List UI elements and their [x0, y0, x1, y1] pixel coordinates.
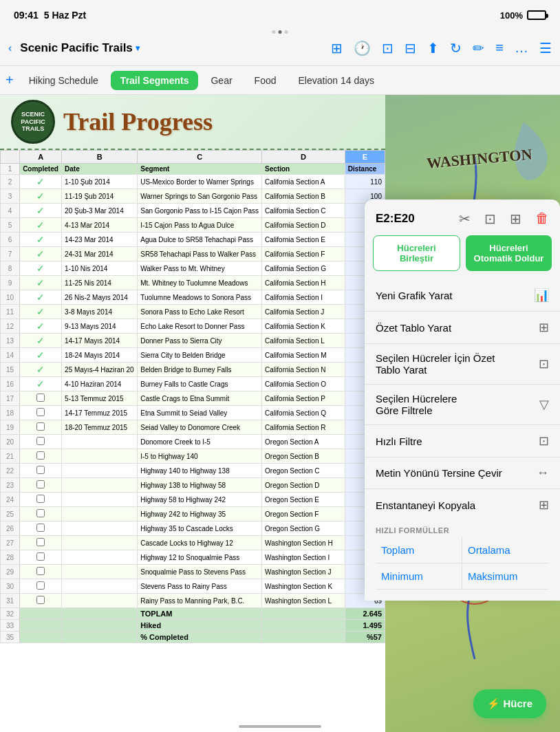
col-header-d[interactable]: D	[262, 151, 345, 164]
title-chevron-icon[interactable]: ▾	[136, 43, 140, 53]
completed-cell[interactable]: ✓	[20, 319, 62, 334]
popup-menu-item[interactable]: Hızlı Filtre⊡	[365, 425, 560, 458]
table-row: 175-13 Temmuz 2015Castle Crags to Etna S…	[1, 391, 385, 406]
pencil-icon[interactable]: ✏	[473, 40, 484, 56]
completed-cell[interactable]	[20, 493, 62, 507]
completed-cell[interactable]: ✓	[20, 175, 62, 189]
formula-item[interactable]: Maksimum	[462, 563, 549, 590]
popup-menu-item[interactable]: Metin Yönünü Tersine Çevir↔	[365, 458, 560, 489]
merge-cells-button[interactable]: Hücreleri Birleştir	[373, 235, 460, 271]
completed-cell[interactable]: ✓	[20, 363, 62, 377]
paste-icon[interactable]: ⊞	[510, 211, 521, 227]
section-cell: California Section K	[262, 319, 345, 334]
autofill-button[interactable]: Hücreleri Otomatik Doldur	[466, 235, 552, 271]
chat-icon[interactable]: …	[515, 40, 528, 56]
add-tab-button[interactable]: +	[6, 72, 14, 88]
table-icon[interactable]: ⊞	[331, 40, 343, 56]
menu-item-label: Seçilen Hücrelere Göre Filtrele	[376, 393, 457, 416]
completed-cell[interactable]	[20, 550, 62, 565]
popup-menu-item[interactable]: Özet Tablo Yarat⊞	[365, 312, 560, 344]
completed-cell[interactable]	[20, 579, 62, 594]
tab-hiking-schedule[interactable]: Hiking Schedule	[19, 71, 108, 90]
date-cell: 1-10 Nis 2014	[62, 261, 138, 276]
completed-cell[interactable]: ✓	[20, 348, 62, 363]
completed-cell[interactable]	[20, 565, 62, 579]
section-cell: Oregon Section A	[262, 435, 345, 449]
summary-label: TOPLAM	[138, 608, 262, 620]
table-row: 22Highway 140 to Highway 138Oregon Secti…	[1, 464, 385, 478]
col-header-a[interactable]: A	[20, 151, 62, 164]
date-cell	[62, 449, 138, 464]
header-distance: Distance	[345, 164, 385, 175]
formula-item[interactable]: Ortalama	[462, 537, 549, 563]
completed-cell[interactable]: ✓	[20, 305, 62, 319]
menu-item-label: Özet Tablo Yarat	[376, 322, 451, 334]
popup-menu-items: Yeni Grafik Yarat📊Özet Tablo Yarat⊞Seçil…	[365, 279, 560, 521]
completed-cell[interactable]	[20, 406, 62, 420]
completed-cell[interactable]	[20, 464, 62, 478]
completed-cell[interactable]: ✓	[20, 218, 62, 233]
scissors-icon[interactable]: ✂	[459, 211, 471, 227]
header-completed: Completed	[20, 164, 62, 175]
completed-cell[interactable]: ✓	[20, 204, 62, 218]
completed-cell[interactable]	[20, 521, 62, 536]
image-icon[interactable]: ⊟	[405, 40, 416, 56]
menu-icon[interactable]: ≡	[495, 40, 504, 56]
segment-cell: Etna Summit to Seiad Valley	[138, 406, 262, 420]
formula-item[interactable]: Toplam	[376, 537, 462, 563]
back-button[interactable]: ‹	[8, 42, 12, 54]
popup-menu-item[interactable]: Seçilen Hücreler İçin Özet Tablo Yarat⊡	[365, 344, 560, 385]
completed-cell[interactable]	[20, 435, 62, 449]
popup-menu-item[interactable]: Yeni Grafik Yarat📊	[365, 279, 560, 312]
tab-elevation[interactable]: Elevation 14 days	[289, 71, 385, 90]
bookmark-icon[interactable]: ☰	[539, 40, 552, 56]
clock-icon[interactable]: 🕐	[354, 40, 371, 56]
tab-gear[interactable]: Gear	[201, 71, 241, 90]
table-row: 12✓9-13 Mayıs 2014Echo Lake Resort to Do…	[1, 319, 385, 334]
col-header-rownum	[1, 151, 20, 164]
spreadsheet-area[interactable]: SCENICPACIFICTRAILS Trail Progress A B C…	[0, 95, 385, 732]
completed-cell[interactable]	[20, 449, 62, 464]
menu-item-icon: ↔	[537, 466, 549, 480]
completed-cell[interactable]	[20, 536, 62, 550]
completed-cell[interactable]: ✓	[20, 290, 62, 305]
segment-cell: Stevens Pass to Rainy Pass	[138, 579, 262, 594]
col-header-c[interactable]: C	[138, 151, 262, 164]
completed-cell[interactable]: ✓	[20, 247, 62, 261]
completed-cell[interactable]	[20, 391, 62, 406]
completed-cell[interactable]: ✓	[20, 334, 62, 348]
row-num: 4	[1, 204, 20, 218]
completed-cell[interactable]: ✓	[20, 276, 62, 290]
copy-cell-icon[interactable]: ⊡	[484, 211, 496, 227]
popup-menu-item[interactable]: Enstantaneyi Kopyala⊞	[365, 489, 560, 521]
completed-cell[interactable]: ✓	[20, 261, 62, 276]
table-container[interactable]: A B C D E 1 Completed Date Segment Secti…	[0, 150, 385, 732]
completed-cell[interactable]	[20, 594, 62, 608]
completed-cell[interactable]: ✓	[20, 377, 62, 391]
completed-cell[interactable]: ✓	[20, 189, 62, 204]
menu-item-label: Enstantaneyi Kopyala	[376, 499, 475, 511]
hucre-button[interactable]: ⚡ Hücre	[473, 689, 546, 718]
delete-icon[interactable]: 🗑	[535, 211, 549, 227]
date-cell: 25 Mayıs-4 Haziran 20	[62, 363, 138, 377]
completed-cell[interactable]: ✓	[20, 233, 62, 247]
table-row: 2✓1-10 Şub 2014US-Mexico Border to Warne…	[1, 175, 385, 189]
segment-cell: Seiad Valley to Donomore Creek	[138, 420, 262, 435]
col-header-b[interactable]: B	[62, 151, 138, 164]
tab-trail-segments[interactable]: Trail Segments	[111, 71, 199, 90]
date-cell	[62, 521, 138, 536]
completed-cell[interactable]	[20, 420, 62, 435]
refresh-icon[interactable]: ↻	[450, 40, 462, 56]
section-cell: California Section G	[262, 261, 345, 276]
copy-icon[interactable]: ⊡	[382, 40, 394, 56]
col-header-e[interactable]: E	[345, 151, 385, 164]
tab-food[interactable]: Food	[245, 71, 286, 90]
completed-cell[interactable]	[20, 507, 62, 521]
completed-cell[interactable]	[20, 478, 62, 493]
popup-menu-item[interactable]: Seçilen Hücrelere Göre Filtrele▽	[365, 385, 560, 425]
share-icon[interactable]: ⬆	[427, 40, 439, 56]
table-row: 27Cascade Locks to Highway 12Washington …	[1, 536, 385, 550]
formula-item[interactable]: Minimum	[376, 563, 462, 590]
header-section: Section	[262, 164, 345, 175]
summary-row: 33Hiked1.495	[1, 620, 385, 632]
